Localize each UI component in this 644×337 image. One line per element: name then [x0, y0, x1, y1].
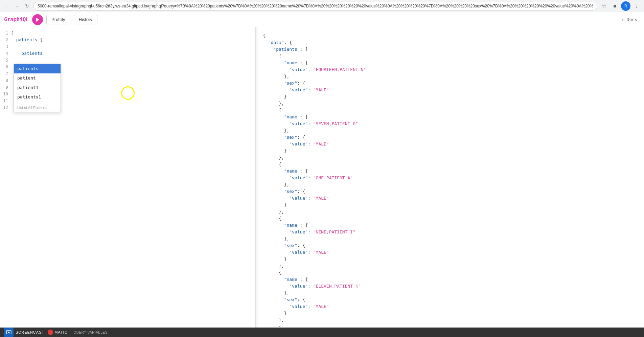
line-num: 7 — [0, 70, 11, 77]
main-area: 1 { 2 patients { 3 4 patients 5 — [0, 27, 644, 337]
matic-label: MATIC — [54, 330, 67, 334]
back-button[interactable]: ← — [3, 2, 11, 10]
line-num: 12 — [0, 104, 11, 111]
results-panel[interactable]: { "data": { "patients": [ { "name": { "v… — [257, 27, 644, 337]
screencast-icon — [6, 330, 12, 335]
autocomplete-item-patient1[interactable]: patient1 — [14, 83, 61, 92]
bottom-bar: SCREENCAST MATIC QUERY VARIABLES — [0, 328, 644, 337]
editor-panel[interactable]: 1 { 2 patients { 3 4 patients 5 — [0, 27, 255, 337]
record-indicator — [48, 330, 53, 335]
line-num: 1 — [0, 30, 11, 37]
query-vars-label: QUERY VARIABLES — [74, 331, 108, 334]
line-code: patients { — [11, 37, 255, 43]
docs-button[interactable]: ◁ Docs — [619, 17, 640, 22]
refresh-button[interactable]: ↻ — [23, 2, 31, 10]
line-num: 6 — [0, 64, 11, 70]
screencast-logo — [4, 328, 14, 337]
bookmark-button[interactable]: ☆ — [599, 1, 609, 11]
run-button[interactable] — [32, 14, 43, 25]
screencast-label: SCREENCAST — [16, 330, 44, 334]
app-logo: GraphiQL — [4, 16, 29, 23]
history-button[interactable]: History — [74, 15, 97, 24]
editor-line-2: 2 patients { — [0, 37, 255, 43]
line-num: 5 — [0, 57, 11, 64]
line-num: 10 — [0, 91, 11, 97]
line-num: 3 — [0, 43, 11, 50]
line-num: 8 — [0, 77, 11, 84]
app-toolbar: GraphiQL Prettify History ◁ Docs — [0, 12, 644, 27]
forward-button[interactable]: → — [13, 2, 21, 10]
line-num: 9 — [0, 84, 11, 91]
prettify-button[interactable]: Prettify — [46, 15, 70, 24]
results-content: { "data": { "patients": [ { "name": { "v… — [257, 30, 644, 337]
menu-button[interactable]: ⋮ — [632, 1, 641, 11]
editor-line-5: 5 — [0, 57, 255, 64]
autocomplete-section-label: List of All Patients — [14, 102, 61, 112]
url-bar[interactable] — [33, 2, 597, 10]
browser-bar: ← → ↻ ☆ ■ R ⋮ — [0, 0, 644, 12]
line-code: patients — [11, 50, 255, 57]
extensions-button[interactable]: ■ — [610, 1, 620, 11]
autocomplete-item-patients[interactable]: patients — [14, 64, 61, 73]
editor-line-4: 4 patients — [0, 50, 255, 57]
play-icon — [36, 17, 40, 22]
editor-line-1: 1 { — [0, 30, 255, 37]
avatar[interactable]: R — [621, 1, 630, 11]
line-num: 4 — [0, 50, 11, 57]
line-code: { — [11, 30, 255, 37]
line-num: 2 — [0, 37, 11, 43]
line-num: 11 — [0, 97, 11, 104]
autocomplete-item-patients1[interactable]: patients1 — [14, 92, 61, 102]
autocomplete-item-patient[interactable]: patient — [14, 73, 61, 83]
editor-line-3: 3 — [0, 43, 255, 50]
autocomplete-dropdown[interactable]: patients patient patient1 patients1 List… — [14, 64, 61, 112]
